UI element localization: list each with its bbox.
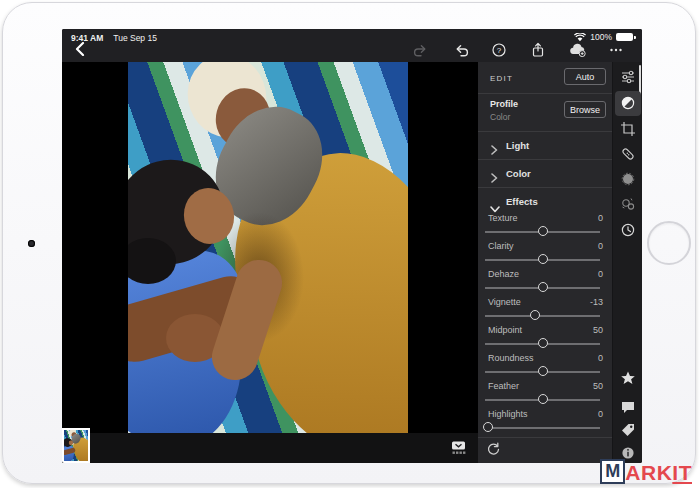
status-date: Tue Sep 15 — [113, 33, 157, 43]
screenshot-stage: 9:41 AMTue Sep 15 100% — [0, 0, 700, 488]
front-camera — [28, 240, 35, 247]
slider-knob[interactable] — [538, 254, 548, 264]
cloud-sync-icon[interactable] — [569, 42, 585, 58]
chevron-down-icon — [490, 199, 498, 207]
battery-icon — [616, 33, 633, 41]
photo-art — [128, 62, 408, 433]
slider-track[interactable] — [485, 399, 600, 401]
edit-tone-icon[interactable] — [620, 95, 636, 111]
svg-text:?: ? — [497, 46, 502, 55]
divider — [478, 187, 612, 188]
divider — [478, 93, 612, 94]
reset-icon[interactable] — [486, 442, 501, 457]
star-rating-icon[interactable] — [620, 370, 636, 386]
back-button[interactable] — [74, 42, 88, 58]
status-right: 100% — [574, 32, 633, 42]
slider-label: Highlights — [488, 409, 528, 419]
watermark-it: IT — [672, 461, 692, 484]
healing-brush-icon[interactable] — [620, 146, 636, 162]
versions-clock-icon[interactable] — [620, 222, 636, 238]
share-button[interactable] — [530, 42, 546, 58]
slider-track[interactable] — [485, 427, 600, 429]
chevron-right-icon — [490, 141, 498, 149]
masking-icon[interactable] — [620, 171, 636, 187]
profile-value: Color — [490, 112, 510, 122]
divider — [478, 437, 612, 438]
slider-track[interactable] — [485, 287, 600, 289]
presets-icon[interactable] — [620, 196, 636, 212]
slider-knob[interactable] — [538, 338, 548, 348]
section-light[interactable]: Light — [478, 133, 612, 159]
adjust-sliders-icon[interactable] — [620, 69, 636, 85]
divider — [478, 159, 612, 160]
battery-percent: 100% — [590, 32, 612, 42]
filmstrip-thumbnail-selected[interactable] — [62, 428, 90, 463]
slider-value: 0 — [598, 213, 603, 223]
tool-rail — [612, 62, 642, 463]
slider-knob[interactable] — [538, 366, 548, 376]
comment-icon[interactable] — [620, 399, 636, 415]
divider — [478, 131, 612, 132]
thumbnail-art — [64, 430, 88, 461]
slider-label: Texture — [488, 213, 518, 223]
filmstrip-bar — [62, 433, 478, 463]
slider-track[interactable] — [485, 371, 600, 373]
photo[interactable] — [128, 62, 408, 433]
browse-button[interactable]: Browse — [564, 101, 606, 118]
chevron-right-icon — [490, 169, 498, 177]
slider-label: Midpoint — [488, 325, 522, 335]
section-effects[interactable]: Effects — [478, 189, 612, 215]
slider-value: 0 — [598, 241, 603, 251]
slider-label: Feather — [488, 381, 519, 391]
slider-knob[interactable] — [483, 422, 493, 432]
edit-panel: EDIT Auto Profile Color Browse Light Col… — [478, 62, 612, 463]
profile-label: Profile — [490, 99, 518, 109]
watermark-logo-m: M — [600, 459, 625, 484]
markit-watermark: MARKIT — [600, 459, 692, 484]
slider-label: Dehaze — [488, 269, 519, 279]
section-color[interactable]: Color — [478, 161, 612, 187]
crop-icon[interactable] — [620, 121, 636, 137]
slider-value: 0 — [598, 269, 603, 279]
edit-header: EDIT — [490, 74, 513, 83]
slider-value: 0 — [598, 409, 603, 419]
slider-knob[interactable] — [538, 394, 548, 404]
slider-label: Roundness — [488, 353, 534, 363]
slider-value: 0 — [598, 353, 603, 363]
slider-knob[interactable] — [538, 226, 548, 236]
photo-canvas[interactable] — [62, 62, 478, 433]
slider-track[interactable] — [485, 231, 600, 233]
section-label: Effects — [506, 196, 538, 207]
filmstrip-toggle-icon[interactable] — [450, 440, 468, 456]
slider-value: -13 — [590, 297, 603, 307]
wifi-icon — [574, 33, 586, 42]
section-label: Color — [506, 168, 531, 179]
auto-button[interactable]: Auto — [564, 68, 606, 85]
home-button[interactable] — [647, 221, 691, 265]
slider-value: 50 — [593, 325, 603, 335]
slider-label: Clarity — [488, 241, 514, 251]
slider-track[interactable] — [485, 315, 600, 317]
more-options-button[interactable] — [608, 42, 624, 58]
top-bar: 9:41 AMTue Sep 15 100% — [62, 29, 642, 62]
slider-track[interactable] — [485, 259, 600, 261]
watermark-ark: ARK — [625, 461, 672, 484]
ipad-device-frame: 9:41 AMTue Sep 15 100% — [2, 2, 696, 484]
section-label: Light — [506, 140, 529, 151]
slider-label: Vignette — [488, 297, 521, 307]
keyword-tag-icon[interactable] — [620, 422, 636, 438]
lightroom-app-screen: 9:41 AMTue Sep 15 100% — [62, 29, 642, 463]
undo-button[interactable] — [454, 42, 470, 58]
help-button[interactable]: ? — [491, 42, 507, 58]
slider-value: 50 — [593, 381, 603, 391]
slider-knob[interactable] — [530, 310, 540, 320]
slider-track[interactable] — [485, 343, 600, 345]
redo-button[interactable] — [412, 42, 428, 58]
slider-knob[interactable] — [538, 282, 548, 292]
